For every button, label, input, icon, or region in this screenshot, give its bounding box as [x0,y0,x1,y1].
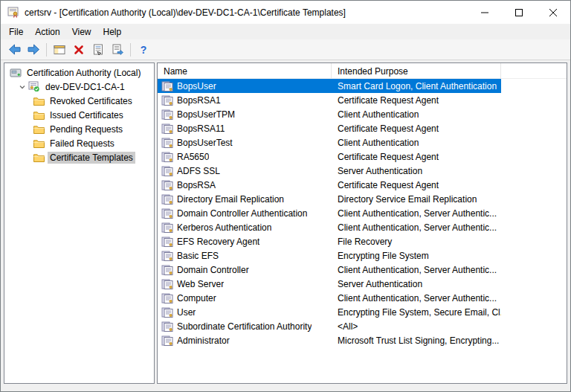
chevron-expanded-icon[interactable] [19,83,26,91]
toolbar-separator [46,43,47,57]
window-controls [468,1,570,24]
template-row[interactable]: RA5650Certificate Request Agent [158,150,501,164]
tree-item-label: Certificate Templates [48,152,135,164]
template-row[interactable]: Kerberos AuthenticationClient Authentica… [158,220,501,234]
template-row[interactable]: BopsRSA1Certificate Request Agent [158,93,501,107]
template-row[interactable]: BopsRSA11Certificate Request Agent [158,121,501,135]
template-name: RA5650 [177,152,209,162]
certificate-template-icon [161,95,173,106]
template-intended-purpose: Certificate Request Agent [332,180,501,190]
properties-button[interactable] [88,41,108,59]
template-row[interactable]: BopsUserTestClient Authentication [158,135,501,150]
export-list-button[interactable] [108,41,127,59]
template-intended-purpose: Certificate Request Agent [332,152,501,162]
list-header: Name Intended Purpose [158,63,567,79]
menu-action[interactable]: Action [29,25,65,39]
tree-item-pending-requests[interactable]: Pending Requests [4,122,154,136]
menu-file[interactable]: File [3,25,29,39]
close-icon [549,9,557,16]
close-button[interactable] [536,1,570,24]
template-intended-purpose: Client Authentication, Server Authentic.… [332,208,501,219]
template-row[interactable]: ComputerClient Authentication, Server Au… [158,291,501,305]
template-row[interactable]: EFS Recovery AgentFile Recovery [158,234,501,248]
tree-ca-label: dev-DEV-DC1-CA-1 [43,81,127,93]
templates-list-pane: Name Intended Purpose BopsUserSmart Card… [157,62,567,384]
properties-icon [93,44,103,55]
template-row[interactable]: Domain Controller AuthenticationClient A… [158,206,501,220]
template-name: User [177,307,196,318]
help-button[interactable]: ? [134,41,153,59]
template-row[interactable]: Domain ControllerClient Authentication, … [158,263,501,277]
toolbar: ? [1,39,570,60]
template-row[interactable]: ADFS SSLServer Authentication [158,164,501,178]
window-title: certsrv - [Certification Authority (Loca… [25,7,468,18]
folder-icon [33,153,45,162]
menu-help[interactable]: Help [97,25,128,39]
template-row[interactable]: Web ServerServer Authentication [158,277,501,291]
tree-item-certification-authority[interactable]: Certification Authority (Local) [4,65,154,80]
template-name: BopsUserTest [177,138,233,148]
template-intended-purpose: Client Authentication, Server Authentic.… [332,265,501,275]
back-button[interactable] [4,41,24,59]
console-tree-pane: Certification Authority (Local) dev-DEV-… [4,62,155,384]
certsrv-app-icon [7,7,19,18]
template-row[interactable]: Subordinate Certification Authority<All> [158,319,501,333]
menubar: File Action View Help [1,24,570,39]
template-name: Kerberos Authentication [177,222,271,233]
template-intended-purpose: Server Authentication [332,166,501,176]
template-intended-purpose: Client Authentication [332,109,501,120]
template-intended-purpose: File Recovery [332,237,501,247]
back-icon [8,44,21,55]
template-name: EFS Recovery Agent [177,237,259,247]
template-row[interactable]: UserEncrypting File System, Secure Email… [158,305,501,319]
template-name: Basic EFS [177,251,219,261]
tree-item-label: Revoked Certificates [48,95,135,107]
template-row[interactable]: BopsUserTPMClient Authentication [158,107,501,121]
column-header-intended-purpose[interactable]: Intended Purpose [332,63,501,78]
template-row[interactable]: Directory Email ReplicationDirectory Ser… [158,192,501,206]
certificate-template-icon [161,152,173,162]
tree-item-revoked-certificates[interactable]: Revoked Certificates [4,94,154,108]
template-intended-purpose: Encrypting File System, Secure Email, Cl… [332,307,501,318]
folder-icon [33,125,45,134]
certificate-template-icon [161,81,173,91]
minimize-button[interactable] [468,1,502,24]
certificate-template-icon [161,208,173,219]
maximize-button[interactable] [502,1,536,24]
template-row[interactable]: BopsRSACertificate Request Agent [158,178,501,192]
tree-root-label: Certification Authority (Local) [25,67,143,79]
tree-item-certificate-templates[interactable]: Certificate Templates [4,150,154,164]
template-row[interactable]: AdministratorMicrosoft Trust List Signin… [158,333,501,347]
template-name: Web Server [177,279,224,289]
tree-item-failed-requests[interactable]: Failed Requests [4,136,154,150]
tree-item-issued-certificates[interactable]: Issued Certificates [4,108,154,122]
certificate-template-icon [161,251,173,261]
forward-button[interactable] [24,41,43,59]
template-intended-purpose: Encrypting File System [332,251,501,261]
delete-button[interactable] [69,41,88,59]
template-intended-purpose: Client Authentication, Server Authentic.… [332,293,501,303]
show-hide-console-tree-button[interactable] [50,41,69,59]
certificate-template-icon [161,138,173,148]
certificate-template-icon [161,109,173,120]
minimize-icon [481,9,488,16]
certificate-template-icon [161,237,173,247]
titlebar[interactable]: certsrv - [Certification Authority (Loca… [1,1,570,24]
tree-folder-items: Revoked CertificatesIssued CertificatesP… [4,94,154,164]
column-header-name[interactable]: Name [158,63,332,78]
template-row[interactable]: Basic EFSEncrypting File System [158,248,501,263]
delete-icon [74,45,84,55]
toolbar-separator [130,43,131,57]
tree-item-ca[interactable]: dev-DEV-DC1-CA-1 [4,80,154,94]
template-name: BopsRSA11 [177,123,225,134]
template-intended-purpose: Client Authentication, Server Authentic.… [332,222,501,233]
menu-view[interactable]: View [66,25,97,39]
folder-icon [33,139,45,148]
export-list-icon [112,44,123,55]
template-name: BopsUser [177,81,216,91]
template-row[interactable]: BopsUserSmart Card Logon, Client Authent… [158,79,501,93]
certificate-template-icon [161,166,173,176]
template-intended-purpose: Certificate Request Agent [332,95,501,106]
certificate-template-icon [161,123,173,134]
show-hide-console-tree-icon [54,45,65,55]
